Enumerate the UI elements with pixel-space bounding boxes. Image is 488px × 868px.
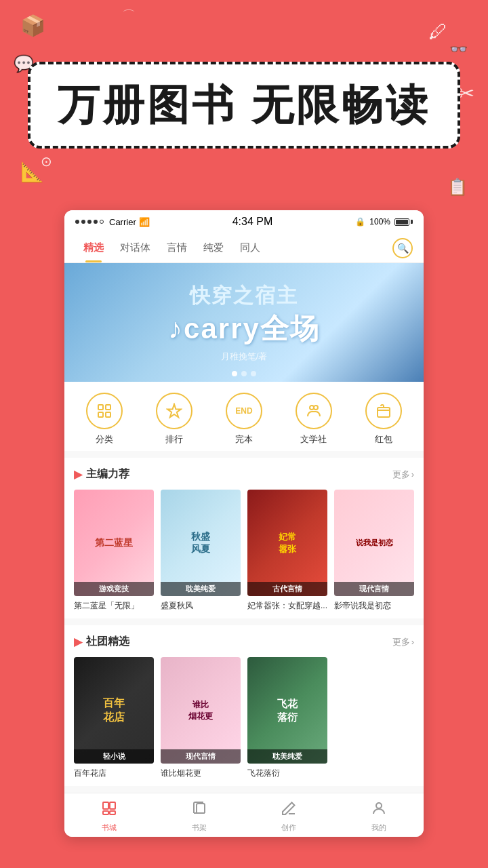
social-book-name-2: 谁比烟花更	[161, 768, 241, 779]
editor-book-4[interactable]: 说我是初恋 现代言情 影帝说我是初恋	[334, 490, 414, 612]
social-book-tag-3: 耽美纯爱	[247, 749, 327, 764]
qi-wenxueshe-label: 文学社	[300, 433, 327, 446]
social-book-empty	[334, 657, 414, 779]
svg-rect-6	[378, 408, 390, 417]
banner-dots	[232, 371, 256, 376]
chuangzuo-icon	[281, 800, 297, 821]
banner-title-main: 快穿之宿主	[190, 282, 298, 310]
svg-rect-9	[103, 811, 108, 814]
editor-section-title: ▶ 主编力荐	[74, 467, 129, 481]
social-section-title: ▶ 社团精选	[74, 635, 129, 649]
social-book-tag-2: 现代言情	[161, 749, 241, 764]
tab-duihuati[interactable]: 对话体	[112, 233, 159, 262]
banner-content: 快穿之宿主 ♪carry全场 月稚挽笔/著	[168, 282, 320, 363]
tab-tongren[interactable]: 同人	[232, 233, 268, 262]
svg-rect-8	[110, 802, 115, 809]
social-section-header: ▶ 社团精选 更多 ›	[74, 635, 414, 649]
qi-wanben[interactable]: END 完本	[226, 393, 262, 446]
social-book-3[interactable]: 飞花落衍 耽美纯爱 飞花落衍	[247, 657, 327, 779]
banner-author: 月稚挽笔/著	[221, 351, 268, 363]
editor-book-1[interactable]: 第二蓝星 游戏竞技 第二蓝星「无限」	[74, 490, 154, 612]
editor-section: ▶ 主编力荐 更多 › 第二蓝星 游戏竞技 第二蓝星「无限」 秋盛风夏 耽美纯爱	[64, 458, 424, 618]
social-book-name-1: 百年花店	[74, 768, 154, 779]
editor-book-tag-2: 耽美纯爱	[161, 582, 241, 596]
shujia-icon	[191, 800, 207, 821]
qi-fenlei[interactable]: 分类	[86, 393, 123, 446]
top-banner: 📦 ⌒ 🖊 💬 📐 📋 👓 ⊙ ✂ 🔖 万册图书 无限畅读	[0, 0, 488, 210]
svg-rect-3	[106, 412, 110, 417]
editor-book-cover-1: 第二蓝星 游戏竞技	[74, 490, 154, 596]
signal-dots	[75, 220, 104, 224]
svg-rect-7	[103, 802, 108, 809]
svg-rect-10	[110, 811, 115, 814]
editor-more-btn[interactable]: 更多 ›	[392, 469, 414, 481]
editor-book-2[interactable]: 秋盛风夏 耽美纯爱 盛夏秋风	[161, 490, 241, 612]
editor-title-text: 主编力荐	[86, 467, 129, 481]
social-arrow-icon: ▶	[74, 635, 82, 648]
social-section: ▶ 社团精选 更多 › 百年花店 轻小说 百年花店 谁比烟花更 现代言情	[64, 625, 424, 786]
svg-rect-1	[106, 405, 110, 410]
qi-hongbao[interactable]: 红包	[365, 393, 402, 446]
editor-book-3[interactable]: 妃常嚣张 古代言情 妃常嚣张：女配穿越...	[247, 490, 327, 612]
svg-rect-2	[98, 412, 103, 417]
status-left: Carrier 📶	[75, 217, 150, 227]
editor-book-name-1: 第二蓝星「无限」	[74, 600, 154, 612]
svg-rect-0	[98, 405, 103, 410]
bn-wode[interactable]: 我的	[360, 799, 398, 834]
battery-icon	[394, 218, 413, 226]
quick-icons: 分类 排行 END 完本 文学社	[64, 382, 424, 451]
tab-yanqing[interactable]: 言情	[159, 233, 195, 262]
editor-book-tag-3: 古代言情	[247, 582, 327, 596]
qi-wenxueshe[interactable]: 文学社	[296, 393, 332, 446]
bn-shucheng[interactable]: 书城	[90, 799, 128, 834]
banner-dot-3	[251, 371, 256, 376]
editor-arrow-icon: ▶	[74, 468, 82, 481]
status-time: 4:34 PM	[232, 216, 273, 228]
bn-chuangzuo[interactable]: 创作	[270, 799, 308, 834]
bn-shujia-label: 书架	[192, 823, 207, 833]
editor-book-tag-1: 游戏竞技	[74, 582, 154, 596]
social-title-text: 社团精选	[86, 635, 129, 649]
social-book-2[interactable]: 谁比烟花更 现代言情 谁比烟花更	[161, 657, 241, 779]
tagline-text: 万册图书 无限畅读	[58, 77, 430, 134]
editor-book-grid: 第二蓝星 游戏竞技 第二蓝星「无限」 秋盛风夏 耽美纯爱 盛夏秋风 妃常嚣张 古…	[74, 490, 414, 612]
search-icon[interactable]: 🔍	[392, 238, 413, 258]
main-banner[interactable]: 快穿之宿主 ♪carry全场 月稚挽笔/著	[64, 263, 424, 382]
bn-shujia[interactable]: 书架	[180, 799, 218, 834]
banner-dot-2	[241, 371, 247, 376]
qi-paihang-label: 排行	[165, 433, 183, 446]
tab-nav: 精选 对话体 言情 纯爱 同人 🔍	[64, 233, 424, 263]
social-book-1[interactable]: 百年花店 轻小说 百年花店	[74, 657, 154, 779]
wifi-icon: 📶	[139, 217, 150, 227]
editor-book-cover-3: 妃常嚣张 古代言情	[247, 490, 327, 596]
social-book-cover-1: 百年花店 轻小说	[74, 657, 154, 764]
editor-book-cover-4: 说我是初恋 现代言情	[334, 490, 414, 596]
battery-percent: 100%	[369, 217, 390, 226]
qi-wanben-label: 完本	[235, 433, 253, 446]
social-more-btn[interactable]: 更多 ›	[392, 636, 414, 648]
editor-section-header: ▶ 主编力荐 更多 ›	[74, 467, 414, 481]
social-book-cover-3: 飞花落衍 耽美纯爱	[247, 657, 327, 764]
social-more-arrow: ›	[411, 637, 414, 647]
signal-dot-1	[75, 220, 79, 224]
banner-dot-1	[232, 371, 237, 376]
editor-more-arrow: ›	[411, 469, 414, 479]
qi-hongbao-label: 红包	[375, 433, 392, 446]
tab-jingxuan[interactable]: 精选	[75, 233, 112, 262]
carrier-label: Carrier	[109, 217, 136, 227]
bn-chuangzuo-label: 创作	[281, 823, 296, 833]
bn-wode-label: 我的	[371, 823, 386, 833]
fenlei-icon	[86, 393, 123, 429]
signal-dot-3	[87, 220, 92, 224]
bn-shucheng-label: 书城	[102, 823, 117, 833]
bottom-nav: 书城 书架 创作	[64, 793, 424, 837]
qi-paihang[interactable]: 排行	[156, 393, 192, 446]
svg-point-12	[376, 803, 382, 808]
editor-book-cover-2: 秋盛风夏 耽美纯爱	[161, 490, 241, 596]
banner-title-carry: ♪carry全场	[168, 310, 320, 348]
social-book-cover-2: 谁比烟花更 现代言情	[161, 657, 241, 764]
tab-chunai[interactable]: 纯爱	[195, 233, 232, 262]
shucheng-icon	[101, 800, 117, 821]
qi-fenlei-label: 分类	[96, 433, 113, 446]
signal-dot-5	[100, 220, 104, 224]
